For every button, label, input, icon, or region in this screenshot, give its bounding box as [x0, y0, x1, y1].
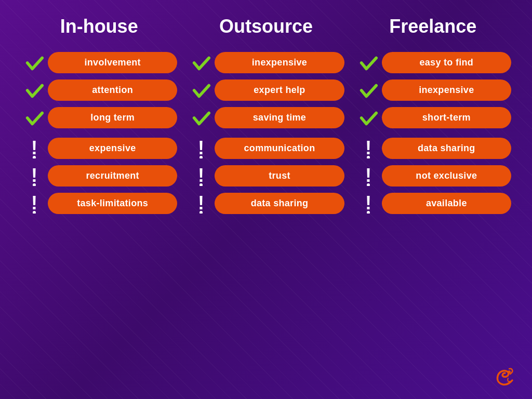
pro-item-row: easy to find — [355, 52, 511, 73]
con-pill: available — [382, 193, 511, 214]
con-pill: trust — [215, 165, 344, 187]
svg-text:!: ! — [365, 166, 371, 186]
freelance-pros: easy to find inexpensive short-term — [355, 52, 511, 128]
outsource-cons: ! communication ! trust ! data sharing — [188, 138, 344, 214]
freelance-cons: ! data sharing ! not exclusive ! availab… — [355, 138, 511, 214]
column-freelance: Freelance easy to find inexpensive short… — [355, 16, 511, 383]
check-icon — [24, 53, 44, 73]
brand-logo-icon — [493, 363, 517, 388]
check-icon — [358, 53, 378, 73]
svg-point-18 — [494, 364, 516, 387]
con-pill: expensive — [48, 138, 177, 159]
check-icon — [358, 108, 378, 128]
exclaim-icon: ! — [361, 166, 376, 186]
inhouse-cons: ! expensive ! recruitment ! task-limitat… — [21, 138, 177, 214]
pro-item-row: expert help — [188, 79, 344, 101]
check-icon — [24, 108, 44, 128]
check-icon-area — [188, 81, 215, 100]
con-item-row: ! recruitment — [21, 165, 177, 187]
exclaim-icon-area: ! — [21, 194, 48, 214]
pro-item-row: long term — [21, 107, 177, 128]
check-icon — [191, 53, 211, 73]
outsource-title: Outsource — [219, 16, 313, 37]
exclaim-icon: ! — [194, 139, 208, 158]
exclaim-icon-area: ! — [355, 166, 382, 186]
exclaim-icon-area: ! — [21, 166, 48, 186]
pro-pill: attention — [48, 79, 177, 101]
con-pill: recruitment — [48, 165, 177, 187]
svg-text:!: ! — [31, 139, 37, 158]
inhouse-title: In-house — [60, 16, 138, 37]
pro-item-row: involvement — [21, 52, 177, 73]
con-item-row: ! expensive — [21, 138, 177, 159]
exclaim-icon: ! — [361, 194, 376, 214]
check-icon-area — [355, 81, 382, 100]
exclaim-icon: ! — [27, 166, 42, 186]
logo-area — [493, 363, 517, 390]
check-icon — [191, 81, 211, 100]
column-outsource: Outsource inexpensive expert help saving… — [188, 16, 344, 383]
svg-text:!: ! — [31, 194, 37, 214]
check-icon-area — [188, 53, 215, 73]
column-inhouse: In-house involvement attention long term… — [21, 16, 177, 383]
exclaim-icon: ! — [194, 194, 208, 214]
exclaim-icon: ! — [27, 139, 42, 158]
check-icon — [24, 81, 44, 100]
pro-pill: involvement — [48, 52, 177, 73]
pro-item-row: inexpensive — [188, 52, 344, 73]
svg-text:!: ! — [198, 194, 204, 214]
con-pill: data sharing — [215, 193, 344, 214]
pro-item-row: short-term — [355, 107, 511, 128]
check-icon-area — [21, 53, 48, 73]
con-pill: not exclusive — [382, 165, 511, 187]
pro-item-row: attention — [21, 79, 177, 101]
pro-pill: inexpensive — [382, 79, 511, 101]
con-item-row: ! task-limitations — [21, 193, 177, 214]
freelance-title: Freelance — [389, 16, 476, 37]
con-item-row: ! communication — [188, 138, 344, 159]
pro-item-row: inexpensive — [355, 79, 511, 101]
exclaim-icon-area: ! — [188, 166, 215, 186]
svg-text:!: ! — [198, 166, 204, 186]
outsource-pros: inexpensive expert help saving time — [188, 52, 344, 128]
columns-wrapper: In-house involvement attention long term… — [21, 16, 511, 383]
svg-text:!: ! — [365, 139, 371, 158]
con-item-row: ! data sharing — [188, 193, 344, 214]
pro-pill: inexpensive — [215, 52, 344, 73]
con-pill: task-limitations — [48, 193, 177, 214]
con-item-row: ! not exclusive — [355, 165, 511, 187]
svg-text:!: ! — [31, 166, 37, 186]
pro-pill: easy to find — [382, 52, 511, 73]
exclaim-icon-area: ! — [188, 139, 215, 158]
con-item-row: ! trust — [188, 165, 344, 187]
svg-point-19 — [508, 370, 511, 374]
check-icon-area — [21, 81, 48, 100]
pro-pill: saving time — [215, 107, 344, 128]
exclaim-icon-area: ! — [355, 194, 382, 214]
svg-text:!: ! — [198, 139, 204, 158]
exclaim-icon-area: ! — [355, 139, 382, 158]
con-pill: data sharing — [382, 138, 511, 159]
pro-pill: short-term — [382, 107, 511, 128]
check-icon-area — [21, 108, 48, 128]
exclaim-icon-area: ! — [188, 194, 215, 214]
check-icon-area — [355, 53, 382, 73]
svg-text:!: ! — [365, 194, 371, 214]
exclaim-icon: ! — [194, 166, 208, 186]
pro-pill: long term — [48, 107, 177, 128]
con-pill: communication — [215, 138, 344, 159]
check-icon-area — [355, 108, 382, 128]
pro-item-row: saving time — [188, 107, 344, 128]
exclaim-icon: ! — [27, 194, 42, 214]
exclaim-icon: ! — [361, 139, 376, 158]
check-icon — [191, 108, 211, 128]
con-item-row: ! available — [355, 193, 511, 214]
pro-pill: expert help — [215, 79, 344, 101]
check-icon-area — [188, 108, 215, 128]
check-icon — [358, 81, 378, 100]
inhouse-pros: involvement attention long term — [21, 52, 177, 128]
main-container: In-house involvement attention long term… — [0, 0, 532, 399]
exclaim-icon-area: ! — [21, 139, 48, 158]
con-item-row: ! data sharing — [355, 138, 511, 159]
